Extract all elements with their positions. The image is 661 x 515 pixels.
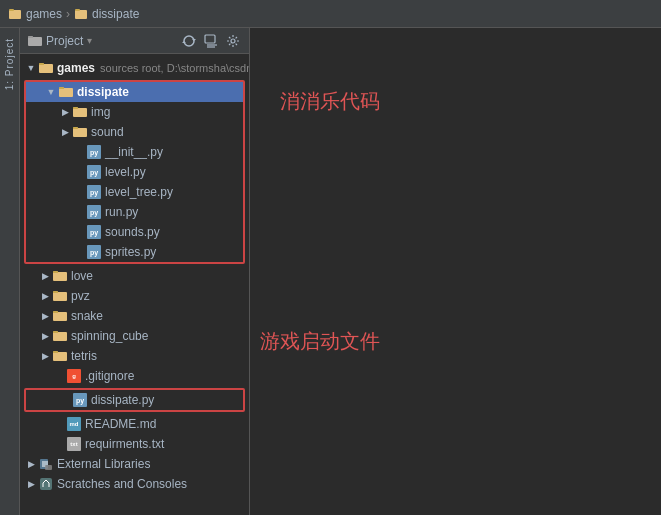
tree-item-level-py[interactable]: py level.py bbox=[26, 162, 243, 182]
tree-item-img[interactable]: img bbox=[26, 102, 243, 122]
panel-header: Project ▾ bbox=[20, 28, 249, 54]
arrow-scratches bbox=[24, 477, 38, 491]
top-bar: games › dissipate bbox=[0, 0, 661, 28]
games-label: games bbox=[57, 61, 95, 75]
pvz-label: pvz bbox=[71, 289, 90, 303]
arrow-external bbox=[24, 457, 38, 471]
svg-rect-12 bbox=[59, 88, 73, 97]
svg-rect-24 bbox=[53, 332, 67, 341]
svg-rect-21 bbox=[53, 291, 58, 293]
external-libraries-icon bbox=[38, 457, 54, 471]
gitignore-label: .gitignore bbox=[85, 369, 134, 383]
svg-rect-6 bbox=[205, 35, 215, 43]
external-libraries-label: External Libraries bbox=[57, 457, 150, 471]
arrow-tetris bbox=[38, 349, 52, 363]
arrow-dissipate bbox=[44, 85, 58, 99]
tree-item-scratches[interactable]: Scratches and Consoles bbox=[20, 474, 249, 494]
svg-rect-16 bbox=[73, 128, 87, 137]
tetris-label: tetris bbox=[71, 349, 97, 363]
panel-dropdown[interactable]: ▾ bbox=[87, 35, 92, 46]
run-py-label: run.py bbox=[105, 205, 138, 219]
arrow-sound bbox=[58, 125, 72, 139]
panel-title[interactable]: Project bbox=[46, 34, 83, 48]
img-label: img bbox=[91, 105, 110, 119]
svg-rect-20 bbox=[53, 292, 67, 301]
games-folder-icon bbox=[38, 61, 54, 75]
sound-folder-icon bbox=[72, 125, 88, 139]
dissipate-red-box: dissipate img bbox=[24, 80, 245, 264]
love-folder-icon bbox=[52, 269, 68, 283]
dissipate-py-icon: py bbox=[72, 393, 88, 407]
img-folder-icon bbox=[72, 105, 88, 119]
spinning-cube-folder-icon bbox=[52, 329, 68, 343]
snake-label: snake bbox=[71, 309, 103, 323]
svg-rect-0 bbox=[9, 10, 21, 19]
sync-icon[interactable] bbox=[181, 33, 197, 49]
tree-item-requirements[interactable]: txt requirments.txt bbox=[20, 434, 249, 454]
arrow-pvz bbox=[38, 289, 52, 303]
init-py-label: __init__.py bbox=[105, 145, 163, 159]
svg-rect-18 bbox=[53, 272, 67, 281]
readme-icon: md bbox=[66, 417, 82, 431]
init-py-icon: py bbox=[86, 145, 102, 159]
tree-item-tetris[interactable]: tetris bbox=[20, 346, 249, 366]
tree-item-gitignore[interactable]: g .gitignore bbox=[20, 366, 249, 386]
main-layout: 1: Project Project ▾ bbox=[0, 28, 661, 515]
collapse-icon[interactable] bbox=[203, 33, 219, 49]
tree-item-games[interactable]: games sources root, D:\stormsha\csdn\gam… bbox=[20, 58, 249, 78]
tree-item-run-py[interactable]: py run.py bbox=[26, 202, 243, 222]
svg-rect-14 bbox=[73, 108, 87, 117]
svg-rect-4 bbox=[28, 37, 42, 46]
svg-rect-3 bbox=[75, 9, 80, 11]
sound-label: sound bbox=[91, 125, 124, 139]
sounds-py-icon: py bbox=[86, 225, 102, 239]
tree-item-level-tree-py[interactable]: py level_tree.py bbox=[26, 182, 243, 202]
tree-item-snake[interactable]: snake bbox=[20, 306, 249, 326]
annotation-dissipate-py: 游戏启动文件 bbox=[260, 328, 380, 355]
settings-icon[interactable] bbox=[225, 33, 241, 49]
level-tree-py-icon: py bbox=[86, 185, 102, 199]
tree-item-sound[interactable]: sound bbox=[26, 122, 243, 142]
svg-rect-32 bbox=[45, 465, 52, 470]
scratches-label: Scratches and Consoles bbox=[57, 477, 187, 491]
sounds-py-label: sounds.py bbox=[105, 225, 160, 239]
pvz-folder-icon bbox=[52, 289, 68, 303]
svg-rect-2 bbox=[75, 10, 87, 19]
annotation-dissipate-folder: 消消乐代码 bbox=[280, 88, 380, 115]
run-py-icon: py bbox=[86, 205, 102, 219]
arrow-love bbox=[38, 269, 52, 283]
dissipate-py-red-box: py dissipate.py bbox=[24, 388, 245, 412]
breadcrumb-sep: › bbox=[66, 7, 70, 21]
tree-item-dissipate-py[interactable]: py dissipate.py bbox=[26, 390, 243, 410]
requirements-label: requirments.txt bbox=[85, 437, 164, 451]
svg-rect-1 bbox=[9, 9, 14, 11]
tree-item-pvz[interactable]: pvz bbox=[20, 286, 249, 306]
love-label: love bbox=[71, 269, 93, 283]
readme-label: README.md bbox=[85, 417, 156, 431]
panel-folder-icon bbox=[28, 35, 42, 47]
project-panel: Project ▾ bbox=[20, 28, 250, 515]
sources-label: sources root, D:\stormsha\csdn\games bbox=[97, 62, 249, 74]
svg-rect-25 bbox=[53, 331, 58, 333]
tree-item-readme[interactable]: md README.md bbox=[20, 414, 249, 434]
svg-rect-15 bbox=[73, 107, 78, 109]
tree-item-sounds-py[interactable]: py sounds.py bbox=[26, 222, 243, 242]
svg-rect-5 bbox=[28, 36, 33, 38]
level-tree-py-label: level_tree.py bbox=[105, 185, 173, 199]
svg-rect-17 bbox=[73, 127, 78, 129]
tree-item-sprites-py[interactable]: py sprites.py bbox=[26, 242, 243, 262]
dissipate-label: dissipate bbox=[77, 85, 129, 99]
arrow-games bbox=[24, 61, 38, 75]
main-area: 消消乐代码 游戏启动文件 bbox=[250, 28, 661, 515]
tree: games sources root, D:\stormsha\csdn\gam… bbox=[20, 54, 249, 515]
tree-item-love[interactable]: love bbox=[20, 266, 249, 286]
scratches-icon bbox=[38, 477, 54, 491]
tree-item-dissipate[interactable]: dissipate bbox=[26, 82, 243, 102]
svg-rect-26 bbox=[53, 352, 67, 361]
tree-item-external-libraries[interactable]: External Libraries bbox=[20, 454, 249, 474]
breadcrumb-dissipate: dissipate bbox=[92, 7, 139, 21]
tree-item-spinning-cube[interactable]: spinning_cube bbox=[20, 326, 249, 346]
tree-item-init-py[interactable]: py __init__.py bbox=[26, 142, 243, 162]
tetris-folder-icon bbox=[52, 349, 68, 363]
sprites-py-icon: py bbox=[86, 245, 102, 259]
